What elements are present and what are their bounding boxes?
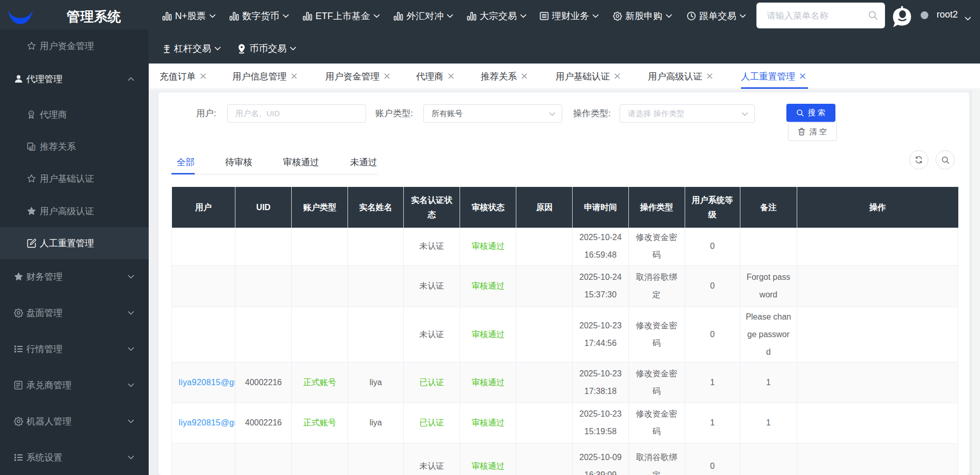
svg-text:VIP: VIP	[29, 112, 33, 115]
